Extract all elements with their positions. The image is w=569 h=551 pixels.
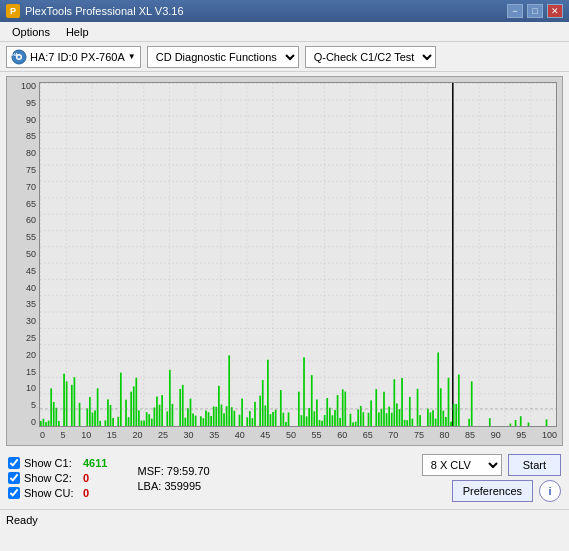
svg-rect-45 <box>154 407 156 426</box>
svg-rect-100 <box>324 415 326 426</box>
svg-rect-85 <box>275 410 277 426</box>
svg-rect-29 <box>107 399 109 426</box>
svg-rect-126 <box>399 409 401 426</box>
svg-rect-146 <box>458 375 460 426</box>
svg-rect-38 <box>135 378 137 426</box>
svg-rect-75 <box>246 417 248 426</box>
svg-rect-70 <box>228 355 230 426</box>
y-label: 5 <box>31 401 36 410</box>
c1-checkbox-item: Show C1: 4611 <box>8 457 107 469</box>
svg-rect-114 <box>363 412 365 426</box>
svg-rect-152 <box>520 416 522 426</box>
svg-rect-79 <box>259 396 261 426</box>
svg-rect-41 <box>143 421 145 426</box>
svg-rect-111 <box>355 422 357 426</box>
svg-rect-81 <box>264 405 266 426</box>
svg-rect-71 <box>231 407 233 426</box>
svg-rect-95 <box>311 375 313 426</box>
svg-rect-61 <box>205 411 207 426</box>
minimize-button[interactable]: − <box>507 4 523 18</box>
svg-rect-103 <box>332 415 334 426</box>
msf-value: 79:59.70 <box>167 465 210 477</box>
menu-options[interactable]: Options <box>4 24 58 40</box>
svg-rect-117 <box>375 389 377 426</box>
y-label: 95 <box>26 99 36 108</box>
svg-rect-68 <box>223 413 225 426</box>
svg-rect-151 <box>515 420 517 426</box>
svg-rect-93 <box>306 416 308 426</box>
x-label: 95 <box>516 431 526 440</box>
x-label: 40 <box>235 431 245 440</box>
y-label: 75 <box>26 166 36 175</box>
svg-rect-105 <box>337 395 339 426</box>
svg-rect-144 <box>453 404 455 426</box>
svg-rect-17 <box>63 374 65 426</box>
svg-rect-15 <box>55 408 57 426</box>
svg-rect-133 <box>419 415 421 426</box>
x-label: 70 <box>388 431 398 440</box>
c2-checkbox-item: Show C2: 0 <box>8 472 107 484</box>
c1-label: Show C1: <box>24 457 79 469</box>
svg-rect-62 <box>208 412 210 426</box>
svg-rect-109 <box>350 414 352 426</box>
info-button[interactable]: i <box>539 480 561 502</box>
toolbar: HA HA:7 ID:0 PX-760A ▼ CD Diagnostic Fun… <box>0 42 569 72</box>
chart-grid-svg <box>40 83 556 426</box>
x-label: 60 <box>337 431 347 440</box>
svg-rect-32 <box>117 417 119 426</box>
cu-label: Show CU: <box>24 487 79 499</box>
svg-rect-9 <box>40 421 42 426</box>
svg-rect-7 <box>40 83 556 426</box>
y-label: 25 <box>26 334 36 343</box>
svg-rect-121 <box>386 413 388 426</box>
preferences-button[interactable]: Preferences <box>452 480 533 502</box>
svg-rect-31 <box>112 418 114 426</box>
svg-rect-86 <box>280 390 282 426</box>
svg-rect-30 <box>110 405 112 426</box>
svg-rect-26 <box>97 388 99 426</box>
lba-line: LBA: 359995 <box>137 480 209 492</box>
x-label: 50 <box>286 431 296 440</box>
menu-help[interactable]: Help <box>58 24 97 40</box>
close-button[interactable]: ✕ <box>547 4 563 18</box>
title-controls[interactable]: − □ ✕ <box>507 4 563 18</box>
svg-rect-74 <box>241 399 243 426</box>
y-label: 100 <box>21 82 36 91</box>
speed-selector[interactable]: 8 X CLV 1 X CLV 2 X CLV 4 X CLV 16 X CLV… <box>422 454 502 476</box>
svg-rect-131 <box>412 419 414 426</box>
x-axis-labels: 0 5 10 15 20 25 30 35 40 45 50 55 60 65 … <box>40 427 557 443</box>
svg-rect-154 <box>546 419 548 426</box>
chart-plot-area <box>39 82 557 427</box>
svg-rect-57 <box>192 413 194 426</box>
svg-rect-78 <box>254 402 256 426</box>
y-label: 10 <box>26 384 36 393</box>
c1-checkbox[interactable] <box>8 457 20 469</box>
svg-rect-147 <box>468 419 470 426</box>
bottom-panel: Show C1: 4611 Show C2: 0 Show CU: 0 MSF:… <box>0 450 569 509</box>
svg-rect-64 <box>213 407 215 426</box>
svg-rect-40 <box>141 421 143 426</box>
drive-selector[interactable]: HA HA:7 ID:0 PX-760A ▼ <box>6 46 141 68</box>
svg-rect-77 <box>252 418 254 426</box>
x-label: 85 <box>465 431 475 440</box>
svg-rect-72 <box>234 411 236 426</box>
maximize-button[interactable]: □ <box>527 4 543 18</box>
cu-checkbox[interactable] <box>8 487 20 499</box>
svg-rect-90 <box>298 392 300 426</box>
svg-rect-58 <box>195 416 197 426</box>
y-label: 80 <box>26 149 36 158</box>
svg-rect-118 <box>378 412 380 426</box>
test-selector[interactable]: Q-Check C1/C2 Test <box>305 46 436 68</box>
function-selector[interactable]: CD Diagnostic Functions <box>147 46 299 68</box>
svg-rect-142 <box>448 378 450 426</box>
svg-rect-48 <box>161 395 163 426</box>
start-button[interactable]: Start <box>508 454 561 476</box>
svg-rect-13 <box>50 388 52 426</box>
svg-rect-44 <box>151 419 153 426</box>
msf-line: MSF: 79:59.70 <box>137 465 209 477</box>
cu-value: 0 <box>83 487 89 499</box>
svg-rect-55 <box>187 408 189 426</box>
c2-checkbox[interactable] <box>8 472 20 484</box>
chart-container: 100 95 90 85 80 75 70 65 60 55 50 45 40 … <box>6 76 563 446</box>
svg-rect-10 <box>43 419 45 426</box>
